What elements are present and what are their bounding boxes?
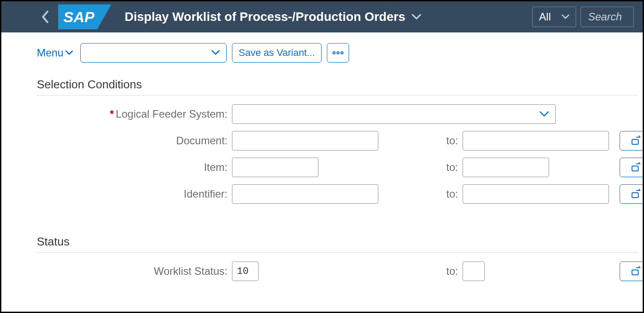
worklist-status-row: Worklist Status: to: xyxy=(37,261,638,281)
sap-logo: SAP xyxy=(58,4,111,29)
status-title: Status xyxy=(37,235,638,253)
worklist-status-multiple-selection-button[interactable] xyxy=(620,261,644,281)
identifier-label: Identifier: xyxy=(37,188,232,200)
item-to-label: to: xyxy=(446,161,463,174)
item-row: Item: to: xyxy=(37,158,638,177)
search-scope-value: All xyxy=(539,11,551,23)
worklist-status-label: Worklist Status: xyxy=(37,265,232,277)
identifier-row: Identifier: to: xyxy=(37,184,638,204)
svg-rect-5 xyxy=(632,139,638,144)
save-as-variant-button[interactable]: Save as Variant... xyxy=(232,43,322,63)
chevron-down-icon xyxy=(539,109,549,119)
selection-conditions-title: Selection Conditions xyxy=(37,78,638,95)
status-section: Status Worklist Status: to: xyxy=(1,230,638,281)
more-actions-button[interactable] xyxy=(327,43,349,63)
multiple-selection-icon xyxy=(629,135,641,147)
item-multiple-selection-button[interactable] xyxy=(620,158,644,177)
app-title-dropdown[interactable]: Display Worklist of Process-/Production … xyxy=(125,10,421,24)
item-to-input[interactable] xyxy=(463,158,549,177)
svg-point-3 xyxy=(337,52,339,54)
multiple-selection-icon xyxy=(629,188,641,200)
document-from-input[interactable] xyxy=(232,131,378,151)
chevron-down-icon xyxy=(562,12,569,22)
svg-rect-8 xyxy=(632,270,638,275)
identifier-multiple-selection-button[interactable] xyxy=(620,184,644,204)
item-from-input[interactable] xyxy=(232,158,318,177)
svg-point-2 xyxy=(333,52,335,54)
document-row: Document: to: xyxy=(37,131,638,151)
chevron-down-icon xyxy=(412,11,421,23)
chevron-left-icon xyxy=(41,11,49,23)
logical-feeder-system-label: *Logical Feeder System: xyxy=(37,108,232,120)
search-input[interactable]: Search xyxy=(581,7,634,27)
identifier-from-input[interactable] xyxy=(232,184,378,204)
menu-label: Menu xyxy=(37,47,63,59)
toolbar: Menu Save as Variant... xyxy=(1,32,643,73)
required-indicator: * xyxy=(110,108,114,120)
logical-feeder-system-select[interactable] xyxy=(232,104,556,124)
save-as-variant-label: Save as Variant... xyxy=(239,47,315,59)
worklist-status-from-input[interactable] xyxy=(232,261,259,281)
svg-text:SAP: SAP xyxy=(63,8,94,25)
item-label: Item: xyxy=(37,161,232,174)
multiple-selection-icon xyxy=(629,265,641,277)
search-placeholder: Search xyxy=(588,11,622,23)
svg-rect-7 xyxy=(632,193,638,198)
overflow-icon xyxy=(332,51,344,55)
variant-select[interactable] xyxy=(80,43,227,63)
document-to-label: to: xyxy=(446,135,463,147)
chevron-down-icon xyxy=(211,48,220,58)
menu-dropdown[interactable]: Menu xyxy=(37,47,73,59)
document-multiple-selection-button[interactable] xyxy=(620,131,644,151)
svg-rect-6 xyxy=(632,166,638,171)
logical-feeder-system-row: *Logical Feeder System: xyxy=(37,104,638,124)
app-title-text: Display Worklist of Process-/Production … xyxy=(125,10,405,24)
document-to-input[interactable] xyxy=(463,131,609,151)
worklist-status-to-label: to: xyxy=(446,265,463,277)
document-label: Document: xyxy=(37,135,232,147)
worklist-status-to-input[interactable] xyxy=(463,261,485,281)
selection-conditions-section: Selection Conditions *Logical Feeder Sys… xyxy=(1,73,638,204)
chevron-down-icon xyxy=(65,50,73,55)
identifier-to-label: to: xyxy=(446,188,463,200)
svg-point-4 xyxy=(341,52,343,54)
multiple-selection-icon xyxy=(629,162,641,173)
app-header: SAP Display Worklist of Process-/Product… xyxy=(1,1,643,32)
search-scope-select[interactable]: All xyxy=(532,7,576,27)
identifier-to-input[interactable] xyxy=(463,184,609,204)
back-button[interactable] xyxy=(41,11,49,23)
